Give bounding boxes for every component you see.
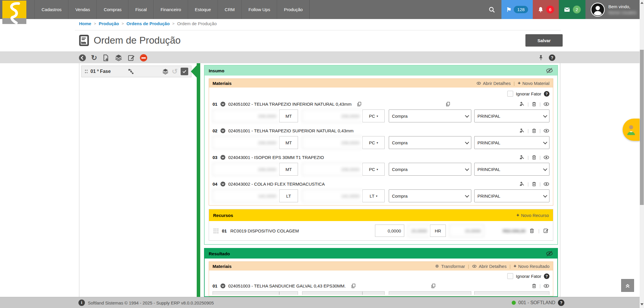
unit-dropdown[interactable]: PC▾ bbox=[362, 136, 385, 149]
chevron-down-circle-icon[interactable] bbox=[220, 128, 226, 134]
quantity2-input[interactable] bbox=[302, 163, 362, 176]
breadcrumb-home[interactable]: Home bbox=[79, 21, 91, 26]
transform-link[interactable]: Transformar bbox=[435, 264, 465, 269]
refresh-icon[interactable]: ↻ bbox=[91, 54, 97, 61]
quantity2-input[interactable] bbox=[302, 109, 362, 122]
resource-qty2-input[interactable] bbox=[408, 225, 430, 237]
eye-icon[interactable] bbox=[543, 128, 549, 134]
chevron-down-circle-icon[interactable] bbox=[220, 101, 226, 107]
unit-dropdown[interactable]: LT▾ bbox=[362, 189, 385, 202]
type-select[interactable]: PRINCIPAL bbox=[474, 109, 549, 122]
company-help-icon[interactable]: ? bbox=[558, 300, 564, 306]
eye-icon[interactable] bbox=[543, 283, 549, 289]
copy-icon[interactable] bbox=[351, 283, 356, 289]
menu-compras[interactable]: Compras bbox=[97, 0, 129, 19]
menu-crm[interactable]: CRM bbox=[218, 0, 242, 19]
scroll-to-top-button[interactable] bbox=[621, 279, 634, 292]
type-select[interactable]: PRINCIPAL bbox=[474, 136, 549, 149]
trash-icon[interactable] bbox=[531, 155, 537, 160]
flags-button[interactable]: ⚑ 128 bbox=[501, 0, 533, 19]
user-menu[interactable]: Bem vindo, Nome Usuário bbox=[585, 0, 644, 19]
page-scrollbar[interactable] bbox=[640, 0, 644, 308]
trash-icon[interactable] bbox=[531, 181, 537, 187]
edit-icon[interactable] bbox=[543, 228, 549, 234]
phase-flow-icon[interactable] bbox=[128, 68, 134, 75]
menu-financeiro[interactable]: Financeiro bbox=[154, 0, 188, 19]
panel-splitter[interactable] bbox=[197, 63, 200, 297]
chevron-down-circle-icon[interactable] bbox=[220, 283, 226, 289]
menu-producao[interactable]: Produção bbox=[277, 0, 310, 19]
drag-handle-icon[interactable] bbox=[213, 228, 218, 233]
phase-history-icon[interactable]: ↺ bbox=[172, 68, 178, 75]
copy-icon[interactable] bbox=[445, 101, 451, 107]
quantity-input[interactable] bbox=[213, 189, 279, 202]
eye-icon[interactable] bbox=[543, 181, 549, 187]
quantity-input[interactable] bbox=[213, 109, 279, 122]
back-icon[interactable] bbox=[78, 54, 86, 62]
worker-icon[interactable] bbox=[519, 181, 525, 187]
trash-icon[interactable] bbox=[531, 101, 537, 107]
menu-follow-ups[interactable]: Follow Ups bbox=[242, 0, 277, 19]
resource-qty3-input[interactable] bbox=[449, 225, 484, 237]
phase-item-01[interactable]: 01 ª Fase ↺ bbox=[81, 66, 191, 77]
new-document-icon[interactable] bbox=[102, 54, 110, 62]
quantity2-input[interactable] bbox=[302, 189, 362, 202]
phase-layers-icon[interactable] bbox=[162, 68, 169, 75]
breadcrumb-ordens[interactable]: Ordens de Produção bbox=[126, 21, 170, 26]
menu-vendas[interactable]: Vendas bbox=[68, 0, 97, 19]
alerts-button[interactable]: 6 bbox=[533, 0, 559, 19]
eye-slash-icon[interactable] bbox=[546, 67, 553, 74]
quantity2-input[interactable] bbox=[302, 136, 362, 149]
search-button[interactable] bbox=[482, 0, 501, 19]
worker-icon[interactable] bbox=[519, 128, 525, 134]
new-resource-link[interactable]: + Novo Recurso bbox=[516, 212, 549, 218]
pin-icon[interactable] bbox=[538, 54, 544, 61]
softland-logo[interactable] bbox=[2, 1, 26, 24]
messages-button[interactable]: 2 bbox=[559, 0, 585, 19]
trash-icon[interactable] bbox=[531, 128, 537, 134]
ignore-factor-help-icon[interactable]: ? bbox=[544, 91, 549, 97]
drag-handle-icon[interactable] bbox=[85, 69, 88, 74]
menu-estoque[interactable]: Estoque bbox=[188, 0, 218, 19]
save-button[interactable]: Salvar bbox=[525, 34, 563, 47]
ignore-factor-checkbox[interactable] bbox=[507, 91, 513, 97]
scrollbar-up-arrow[interactable] bbox=[640, 2, 643, 4]
quantity-input[interactable] bbox=[213, 136, 279, 149]
block-icon[interactable] bbox=[140, 54, 147, 61]
ignore-factor-help-icon[interactable]: ? bbox=[544, 273, 549, 279]
layers-icon[interactable] bbox=[114, 54, 123, 62]
origin-select[interactable]: Compra bbox=[389, 189, 471, 202]
eye-slash-icon[interactable] bbox=[546, 250, 553, 257]
edit-note-icon[interactable] bbox=[127, 54, 135, 62]
menu-cadastros[interactable]: Cadastros bbox=[35, 0, 68, 19]
unit-dropdown[interactable]: PC▾ bbox=[362, 109, 385, 122]
origin-select[interactable]: Compra bbox=[389, 109, 471, 122]
open-details-link[interactable]: Abrir Detalhes bbox=[476, 81, 511, 86]
unit-dropdown[interactable]: PC▾ bbox=[362, 163, 385, 176]
trash-icon[interactable] bbox=[531, 283, 537, 289]
chevron-down-circle-icon[interactable] bbox=[220, 155, 226, 160]
new-material-link[interactable]: + Novo Material bbox=[518, 80, 549, 86]
help-icon[interactable]: ? bbox=[549, 54, 555, 61]
worker-icon[interactable] bbox=[519, 154, 525, 160]
copy-icon[interactable] bbox=[431, 283, 436, 289]
open-details-link[interactable]: Abrir Detalhes bbox=[472, 264, 506, 269]
scrollbar-thumb[interactable] bbox=[640, 50, 644, 205]
origin-select[interactable]: Compra bbox=[389, 163, 471, 176]
type-select[interactable]: PRINCIPAL bbox=[474, 163, 549, 176]
new-result-link[interactable]: + Novo Resultado bbox=[513, 263, 549, 269]
eye-icon[interactable] bbox=[543, 154, 549, 160]
phase-checkbox-checked[interactable] bbox=[181, 68, 188, 75]
quantity-input[interactable] bbox=[213, 163, 279, 176]
chevron-down-circle-icon[interactable] bbox=[220, 181, 226, 187]
resource-qty-input[interactable] bbox=[375, 225, 404, 237]
breadcrumb-producao[interactable]: Produção bbox=[99, 21, 119, 26]
menu-fiscal[interactable]: Fiscal bbox=[129, 0, 154, 19]
origin-select[interactable]: Compra bbox=[389, 136, 471, 149]
eye-icon[interactable] bbox=[543, 101, 549, 107]
copy-icon[interactable] bbox=[357, 101, 362, 107]
ignore-factor-checkbox[interactable] bbox=[507, 273, 513, 279]
worker-icon[interactable] bbox=[519, 101, 525, 107]
scrollbar-down-arrow[interactable] bbox=[640, 303, 643, 305]
type-select[interactable]: PRINCIPAL bbox=[474, 189, 549, 202]
